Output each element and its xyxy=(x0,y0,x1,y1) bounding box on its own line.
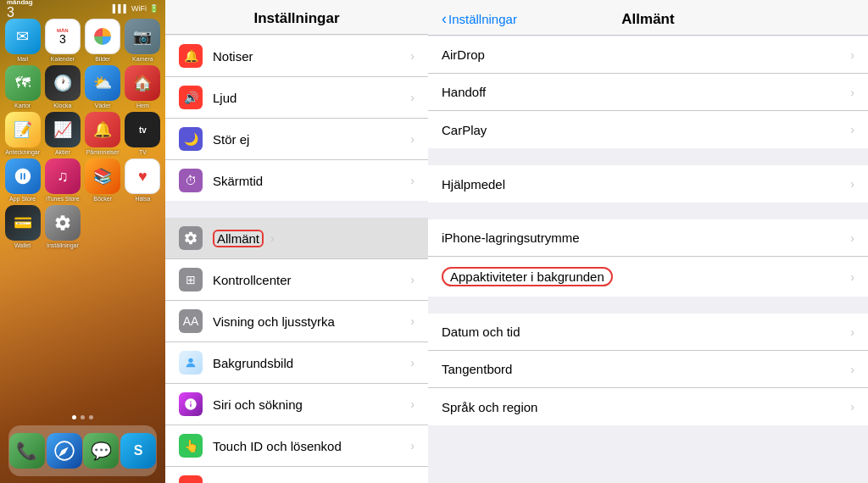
app-stocks[interactable]: 📈 Aktier xyxy=(44,112,81,155)
bakgrund-label: Bakgrundsbild xyxy=(213,356,410,370)
datum-label: Datum och tid xyxy=(442,325,850,339)
allmant-sep-3 xyxy=(428,203,868,219)
app-maps[interactable]: 🗺 Kartor xyxy=(4,65,41,108)
dock-phone[interactable]: 📞 xyxy=(9,433,45,469)
allmant-row-handoff[interactable]: Handoff › xyxy=(428,74,868,111)
settings-row-touchid[interactable]: 👆 Touch ID och lösenkod › xyxy=(165,425,428,467)
allmant-row-lagring[interactable]: iPhone-lagringsutrymme › xyxy=(428,219,868,257)
battery-icon: 🔋 xyxy=(149,4,159,13)
allmant-sep-bottom xyxy=(428,425,868,442)
ljud-chevron: › xyxy=(410,91,415,104)
appaktiviteter-chevron: › xyxy=(850,270,854,284)
settings-row-skarmtid[interactable]: ⏱ Skärmtid › xyxy=(165,160,428,201)
iphone-screen: måndag 3 ▌▌▌ WiFi 🔋 ✉ Mail MÅN 3 Kalende… xyxy=(0,0,165,483)
notes-label: Anteckningar xyxy=(5,149,40,155)
allmant-panel: ‹ Inställningar Allmänt AirDrop › Handof… xyxy=(428,0,868,483)
page-dots xyxy=(0,415,165,419)
settings-row-ljud[interactable]: 🔊 Ljud › xyxy=(165,77,428,119)
notiser-icon: 🔔 xyxy=(179,44,203,68)
back-button[interactable]: ‹ Inställningar xyxy=(442,10,517,28)
settings-row-allmant[interactable]: Allmänt › xyxy=(165,218,428,259)
app-calendar[interactable]: MÅN 3 Kalender xyxy=(44,19,81,62)
page-dot-2 xyxy=(81,415,85,419)
allmant-row-sprak[interactable]: Språk och region › xyxy=(428,388,868,425)
home-icon: 🏠 xyxy=(125,65,160,101)
app-clock[interactable]: 🕐 Klocka xyxy=(44,65,81,108)
app-reminders[interactable]: 🔔 Påminnelser xyxy=(85,112,121,155)
app-tv[interactable]: tv TV xyxy=(125,112,161,155)
touchid-label: Touch ID och lösenkod xyxy=(213,439,410,453)
lagring-label: iPhone-lagringsutrymme xyxy=(442,230,850,245)
app-settings[interactable]: Inställningar xyxy=(44,205,81,248)
kontrollcenter-icon: ⊞ xyxy=(179,268,203,291)
signal-icon: ▌▌▌ xyxy=(113,4,129,13)
dock: 📞 💬 S xyxy=(8,425,157,476)
skarmtid-icon: ⏱ xyxy=(179,169,203,192)
settings-app-icon xyxy=(45,205,81,241)
ljud-icon: 🔊 xyxy=(179,86,203,109)
messages-icon: 💬 xyxy=(83,433,119,469)
datum-chevron: › xyxy=(850,325,854,339)
appstore-icon xyxy=(5,158,41,194)
storej-icon: 🌙 xyxy=(179,127,203,151)
app-books[interactable]: 📚 Böcker xyxy=(85,158,121,202)
hjalpmedel-label: Hjälpmedel xyxy=(442,177,850,192)
allmant-row-hjalpmedel[interactable]: Hjälpmedel › xyxy=(428,165,868,203)
allmant-group-4: Datum och tid › Tangentbord › Språk och … xyxy=(428,314,868,425)
app-photos[interactable]: Bilder xyxy=(85,19,121,62)
nodsamtal-label: Nödsamtal SOS xyxy=(213,480,410,484)
status-icons: ▌▌▌ WiFi 🔋 xyxy=(113,4,159,13)
settings-row-notiser[interactable]: 🔔 Notiser › xyxy=(165,36,428,77)
settings-row-kontrollcenter[interactable]: ⊞ Kontrollcenter › xyxy=(165,259,428,301)
app-home[interactable]: 🏠 Hem xyxy=(125,65,161,108)
settings-title: Inställningar xyxy=(179,10,415,27)
app-weather[interactable]: ⛅ Väder xyxy=(85,65,121,108)
app-appstore[interactable]: App Store xyxy=(4,158,41,202)
settings-row-bakgrund[interactable]: Bakgrundsbild › xyxy=(165,342,428,384)
allmant-row-datum[interactable]: Datum och tid › xyxy=(428,314,868,351)
settings-row-storej[interactable]: 🌙 Stör ej › xyxy=(165,119,428,160)
wallet-label: Wallet xyxy=(14,242,31,248)
dock-messages[interactable]: 💬 xyxy=(83,433,119,469)
page-dot-1 xyxy=(72,415,76,419)
airdrop-chevron: › xyxy=(850,48,854,62)
app-mail[interactable]: ✉ Mail xyxy=(4,19,41,62)
app-health[interactable]: ♥ Hälsa xyxy=(125,158,161,202)
notiser-label: Notiser xyxy=(213,49,410,64)
tangentbord-chevron: › xyxy=(850,363,854,376)
app-notes[interactable]: 📝 Anteckningar xyxy=(4,112,41,155)
allmant-row-airdrop[interactable]: AirDrop › xyxy=(428,36,868,74)
app-itunes[interactable]: ♫ iTunes Store xyxy=(44,158,81,202)
app-wallet[interactable]: 💳 Wallet xyxy=(4,205,41,248)
allmant-row-appaktiviteter[interactable]: Appaktiviteter i bakgrunden › xyxy=(428,257,868,297)
settings-header: Inställningar xyxy=(165,0,428,35)
reminders-label: Påminnelser xyxy=(86,149,120,155)
allmant-group-1: AirDrop › Handoff › CarPlay › xyxy=(428,36,868,148)
dock-skype[interactable]: S xyxy=(120,433,156,469)
settings-row-siri[interactable]: Siri och sökning › xyxy=(165,384,428,425)
mail-label: Mail xyxy=(17,56,28,62)
allmant-group-2: Hjälpmedel › xyxy=(428,165,868,203)
appstore-label: App Store xyxy=(9,196,36,202)
allmant-row-carplay[interactable]: CarPlay › xyxy=(428,111,868,148)
visning-label: Visning och ljusstyrka xyxy=(213,314,410,329)
allmant-row-tangentbord[interactable]: Tangentbord › xyxy=(428,351,868,388)
calendar-icon: MÅN 3 xyxy=(45,19,81,54)
dock-safari[interactable] xyxy=(47,433,82,469)
storej-label: Stör ej xyxy=(213,132,410,147)
maps-label: Kartor xyxy=(14,103,31,108)
kontrollcenter-chevron: › xyxy=(410,273,415,286)
tv-icon: tv xyxy=(125,112,160,147)
settings-row-nodsamtal[interactable]: SOS Nödsamtal SOS › xyxy=(165,467,428,483)
allmant-header: ‹ Inställningar Allmänt xyxy=(428,0,868,36)
allmant-settings-label-circle: Allmänt xyxy=(213,230,264,247)
skarmtid-label: Skärmtid xyxy=(213,174,410,188)
allmant-sep-2 xyxy=(428,148,868,165)
allmant-settings-icon xyxy=(179,226,203,250)
app-grid: ✉ Mail MÅN 3 Kalender Bilder xyxy=(4,19,161,248)
maps-icon: 🗺 xyxy=(5,65,41,101)
back-chevron-icon: ‹ xyxy=(442,10,447,28)
tv-label: TV xyxy=(139,149,147,155)
settings-row-visning[interactable]: AA Visning och ljusstyrka › xyxy=(165,301,428,342)
app-camera[interactable]: 📷 Kamera xyxy=(125,19,161,62)
